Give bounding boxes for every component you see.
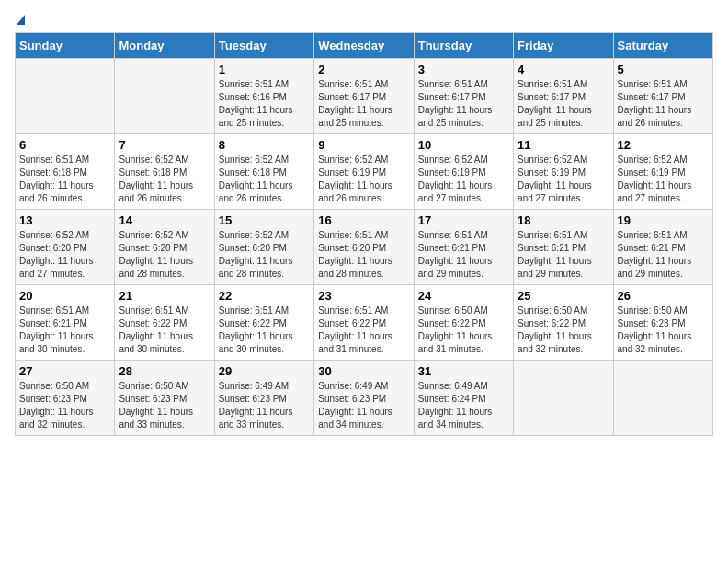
- day-info: Sunrise: 6:49 AMSunset: 6:24 PMDaylight:…: [418, 380, 509, 431]
- day-number: 31: [418, 364, 509, 378]
- calendar-cell: [16, 59, 115, 134]
- day-info: Sunrise: 6:51 AMSunset: 6:22 PMDaylight:…: [219, 304, 310, 356]
- day-info: Sunrise: 6:51 AMSunset: 6:20 PMDaylight:…: [318, 229, 409, 281]
- page-header: [15, 15, 713, 23]
- calendar-cell: 6Sunrise: 6:51 AMSunset: 6:18 PMDaylight…: [16, 134, 115, 210]
- column-header-monday: Monday: [115, 33, 214, 59]
- column-header-friday: Friday: [514, 33, 613, 59]
- day-info: Sunrise: 6:51 AMSunset: 6:22 PMDaylight:…: [318, 304, 409, 356]
- day-info: Sunrise: 6:50 AMSunset: 6:23 PMDaylight:…: [618, 304, 709, 356]
- day-number: 18: [518, 213, 609, 227]
- calendar-cell: 31Sunrise: 6:49 AMSunset: 6:24 PMDayligh…: [414, 361, 513, 436]
- day-number: 2: [318, 63, 409, 76]
- day-info: Sunrise: 6:51 AMSunset: 6:17 PMDaylight:…: [518, 78, 609, 130]
- calendar-cell: 17Sunrise: 6:51 AMSunset: 6:21 PMDayligh…: [414, 210, 513, 285]
- day-info: Sunrise: 6:51 AMSunset: 6:21 PMDaylight:…: [19, 304, 110, 356]
- day-info: Sunrise: 6:51 AMSunset: 6:17 PMDaylight:…: [618, 78, 709, 130]
- day-number: 28: [119, 364, 210, 378]
- day-number: 30: [318, 364, 409, 378]
- day-info: Sunrise: 6:51 AMSunset: 6:18 PMDaylight:…: [19, 154, 110, 205]
- day-info: Sunrise: 6:49 AMSunset: 6:23 PMDaylight:…: [219, 380, 310, 431]
- day-info: Sunrise: 6:51 AMSunset: 6:17 PMDaylight:…: [318, 78, 409, 130]
- day-number: 27: [19, 364, 110, 378]
- day-info: Sunrise: 6:50 AMSunset: 6:22 PMDaylight:…: [518, 304, 609, 356]
- day-info: Sunrise: 6:52 AMSunset: 6:18 PMDaylight:…: [119, 154, 210, 205]
- calendar-cell: 21Sunrise: 6:51 AMSunset: 6:22 PMDayligh…: [115, 285, 214, 361]
- day-number: 14: [119, 213, 210, 227]
- day-info: Sunrise: 6:51 AMSunset: 6:17 PMDaylight:…: [418, 78, 509, 130]
- day-number: 4: [518, 63, 609, 76]
- day-number: 16: [318, 213, 409, 227]
- calendar-cell: 7Sunrise: 6:52 AMSunset: 6:18 PMDaylight…: [115, 134, 214, 210]
- calendar-cell: 10Sunrise: 6:52 AMSunset: 6:19 PMDayligh…: [414, 134, 513, 210]
- day-info: Sunrise: 6:49 AMSunset: 6:23 PMDaylight:…: [318, 380, 409, 431]
- day-number: 15: [219, 213, 310, 227]
- calendar-cell: 22Sunrise: 6:51 AMSunset: 6:22 PMDayligh…: [214, 285, 313, 361]
- day-number: 5: [618, 63, 709, 76]
- day-info: Sunrise: 6:51 AMSunset: 6:21 PMDaylight:…: [618, 229, 709, 281]
- day-number: 22: [219, 289, 310, 303]
- calendar-cell: 14Sunrise: 6:52 AMSunset: 6:20 PMDayligh…: [115, 210, 214, 285]
- calendar-cell: 18Sunrise: 6:51 AMSunset: 6:21 PMDayligh…: [514, 210, 613, 285]
- day-number: 1: [219, 63, 310, 76]
- day-info: Sunrise: 6:52 AMSunset: 6:19 PMDaylight:…: [318, 154, 409, 205]
- calendar-cell: [613, 361, 712, 436]
- day-number: 7: [119, 138, 210, 152]
- calendar-cell: 24Sunrise: 6:50 AMSunset: 6:22 PMDayligh…: [414, 285, 513, 361]
- calendar-cell: 28Sunrise: 6:50 AMSunset: 6:23 PMDayligh…: [115, 361, 214, 436]
- calendar-cell: 16Sunrise: 6:51 AMSunset: 6:20 PMDayligh…: [314, 210, 414, 285]
- day-number: 3: [418, 63, 509, 76]
- day-number: 19: [618, 213, 709, 227]
- calendar-cell: 26Sunrise: 6:50 AMSunset: 6:23 PMDayligh…: [613, 285, 712, 361]
- column-header-wednesday: Wednesday: [314, 33, 414, 59]
- calendar-cell: 2Sunrise: 6:51 AMSunset: 6:17 PMDaylight…: [314, 59, 414, 134]
- day-number: 13: [19, 213, 110, 227]
- day-info: Sunrise: 6:50 AMSunset: 6:23 PMDaylight:…: [119, 380, 210, 431]
- day-info: Sunrise: 6:52 AMSunset: 6:20 PMDaylight:…: [119, 229, 210, 281]
- day-info: Sunrise: 6:51 AMSunset: 6:21 PMDaylight:…: [518, 229, 609, 281]
- day-info: Sunrise: 6:52 AMSunset: 6:20 PMDaylight:…: [19, 229, 110, 281]
- calendar-week-row: 1Sunrise: 6:51 AMSunset: 6:16 PMDaylight…: [16, 59, 713, 134]
- calendar-cell: 1Sunrise: 6:51 AMSunset: 6:16 PMDaylight…: [214, 59, 313, 134]
- calendar-cell: 4Sunrise: 6:51 AMSunset: 6:17 PMDaylight…: [514, 59, 613, 134]
- day-number: 11: [518, 138, 609, 152]
- day-info: Sunrise: 6:52 AMSunset: 6:19 PMDaylight:…: [618, 154, 709, 205]
- calendar-cell: 11Sunrise: 6:52 AMSunset: 6:19 PMDayligh…: [514, 134, 613, 210]
- day-info: Sunrise: 6:52 AMSunset: 6:19 PMDaylight:…: [518, 154, 609, 205]
- day-number: 17: [418, 213, 509, 227]
- calendar-week-row: 20Sunrise: 6:51 AMSunset: 6:21 PMDayligh…: [16, 285, 713, 361]
- day-number: 9: [318, 138, 409, 152]
- calendar-cell: 3Sunrise: 6:51 AMSunset: 6:17 PMDaylight…: [414, 59, 513, 134]
- calendar-cell: 8Sunrise: 6:52 AMSunset: 6:18 PMDaylight…: [214, 134, 313, 210]
- calendar-cell: 19Sunrise: 6:51 AMSunset: 6:21 PMDayligh…: [613, 210, 712, 285]
- calendar-cell: 23Sunrise: 6:51 AMSunset: 6:22 PMDayligh…: [314, 285, 414, 361]
- calendar-week-row: 6Sunrise: 6:51 AMSunset: 6:18 PMDaylight…: [16, 134, 713, 210]
- day-number: 26: [618, 289, 709, 303]
- calendar-cell: 27Sunrise: 6:50 AMSunset: 6:23 PMDayligh…: [16, 361, 115, 436]
- day-number: 6: [19, 138, 110, 152]
- day-number: 20: [19, 289, 110, 303]
- day-number: 8: [219, 138, 310, 152]
- day-number: 24: [418, 289, 509, 303]
- logo: [15, 15, 25, 23]
- calendar-table: SundayMondayTuesdayWednesdayThursdayFrid…: [15, 32, 713, 436]
- calendar-header-row: SundayMondayTuesdayWednesdayThursdayFrid…: [16, 33, 713, 59]
- day-number: 10: [418, 138, 509, 152]
- calendar-cell: 30Sunrise: 6:49 AMSunset: 6:23 PMDayligh…: [314, 361, 414, 436]
- calendar-cell: [115, 59, 214, 134]
- calendar-cell: 13Sunrise: 6:52 AMSunset: 6:20 PMDayligh…: [16, 210, 115, 285]
- day-info: Sunrise: 6:52 AMSunset: 6:18 PMDaylight:…: [219, 154, 310, 205]
- calendar-cell: 25Sunrise: 6:50 AMSunset: 6:22 PMDayligh…: [514, 285, 613, 361]
- day-number: 23: [318, 289, 409, 303]
- column-header-tuesday: Tuesday: [214, 33, 313, 59]
- day-info: Sunrise: 6:51 AMSunset: 6:21 PMDaylight:…: [418, 229, 509, 281]
- calendar-cell: 12Sunrise: 6:52 AMSunset: 6:19 PMDayligh…: [613, 134, 712, 210]
- column-header-thursday: Thursday: [414, 33, 513, 59]
- day-info: Sunrise: 6:52 AMSunset: 6:20 PMDaylight:…: [219, 229, 310, 281]
- column-header-saturday: Saturday: [613, 33, 712, 59]
- logo-triangle-icon: [17, 15, 25, 25]
- calendar-cell: 29Sunrise: 6:49 AMSunset: 6:23 PMDayligh…: [214, 361, 313, 436]
- day-info: Sunrise: 6:51 AMSunset: 6:16 PMDaylight:…: [219, 78, 310, 130]
- day-number: 29: [219, 364, 310, 378]
- calendar-week-row: 27Sunrise: 6:50 AMSunset: 6:23 PMDayligh…: [16, 361, 713, 436]
